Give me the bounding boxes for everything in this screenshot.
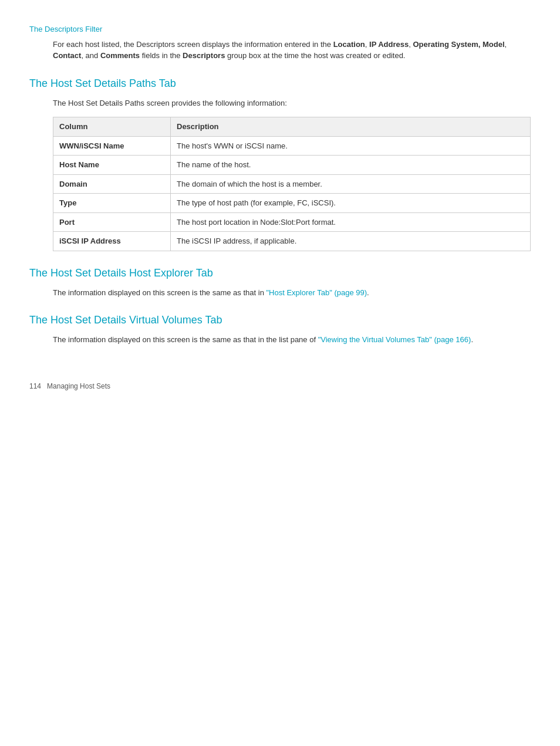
descriptors-filter-heading: The Descriptors Filter: [29, 23, 531, 35]
paths-tab-table: Column Description WWN/iSCSI NameThe hos…: [53, 117, 531, 251]
page-number: 114: [29, 382, 41, 390]
table-cell-description: The domain of which the host is a member…: [171, 174, 531, 194]
virtual-volumes-tab-heading: The Host Set Details Virtual Volumes Tab: [29, 312, 531, 328]
host-explorer-link[interactable]: "Host Explorer Tab" (page 99): [266, 288, 367, 297]
table-row: DomainThe domain of which the host is a …: [53, 174, 531, 194]
host-explorer-body-prefix: The information displayed on this screen…: [53, 288, 266, 297]
table-cell-column: Port: [53, 212, 171, 232]
table-cell-column: iSCSI IP Address: [53, 232, 171, 251]
descriptors-filter-body: For each host listed, the Descriptors sc…: [53, 39, 531, 62]
host-explorer-tab-section: The Host Set Details Host Explorer Tab T…: [29, 265, 531, 299]
virtual-volumes-body-prefix: The information displayed on this screen…: [53, 335, 318, 344]
virtual-volumes-tab-body: The information displayed on this screen…: [53, 334, 531, 346]
table-cell-description: The host port location in Node:Slot:Port…: [171, 212, 531, 232]
footer-text: Managing Host Sets: [47, 382, 110, 390]
table-cell-column: Host Name: [53, 156, 171, 175]
table-cell-column: WWN/iSCSI Name: [53, 136, 171, 156]
host-explorer-body-suffix: .: [367, 288, 369, 297]
table-cell-description: The type of host path (for example, FC, …: [171, 194, 531, 213]
table-header-column: Column: [53, 117, 171, 137]
descriptors-filter-section: The Descriptors Filter For each host lis…: [29, 23, 531, 62]
table-cell-description: The host's WWN or iSCSI name.: [171, 136, 531, 156]
host-explorer-tab-body: The information displayed on this screen…: [53, 287, 531, 299]
table-row: Host NameThe name of the host.: [53, 156, 531, 175]
table-cell-column: Type: [53, 194, 171, 213]
virtual-volumes-body-suffix: .: [471, 335, 473, 344]
table-cell-description: The iSCSI IP address, if applicable.: [171, 232, 531, 251]
virtual-volumes-tab-section: The Host Set Details Virtual Volumes Tab…: [29, 312, 531, 346]
table-header-description: Description: [171, 117, 531, 137]
page-footer: 114 Managing Host Sets: [29, 381, 531, 391]
table-row: WWN/iSCSI NameThe host's WWN or iSCSI na…: [53, 136, 531, 156]
paths-tab-section: The Host Set Details Paths Tab The Host …: [29, 76, 531, 251]
table-row: iSCSI IP AddressThe iSCSI IP address, if…: [53, 232, 531, 251]
virtual-volumes-link[interactable]: "Viewing the Virtual Volumes Tab" (page …: [318, 335, 471, 344]
table-cell-column: Domain: [53, 174, 171, 194]
paths-tab-heading: The Host Set Details Paths Tab: [29, 76, 531, 92]
paths-tab-intro: The Host Set Details Paths screen provid…: [53, 97, 531, 109]
host-explorer-tab-heading: The Host Set Details Host Explorer Tab: [29, 265, 531, 281]
table-row: TypeThe type of host path (for example, …: [53, 194, 531, 213]
table-row: PortThe host port location in Node:Slot:…: [53, 212, 531, 232]
table-cell-description: The name of the host.: [171, 156, 531, 175]
